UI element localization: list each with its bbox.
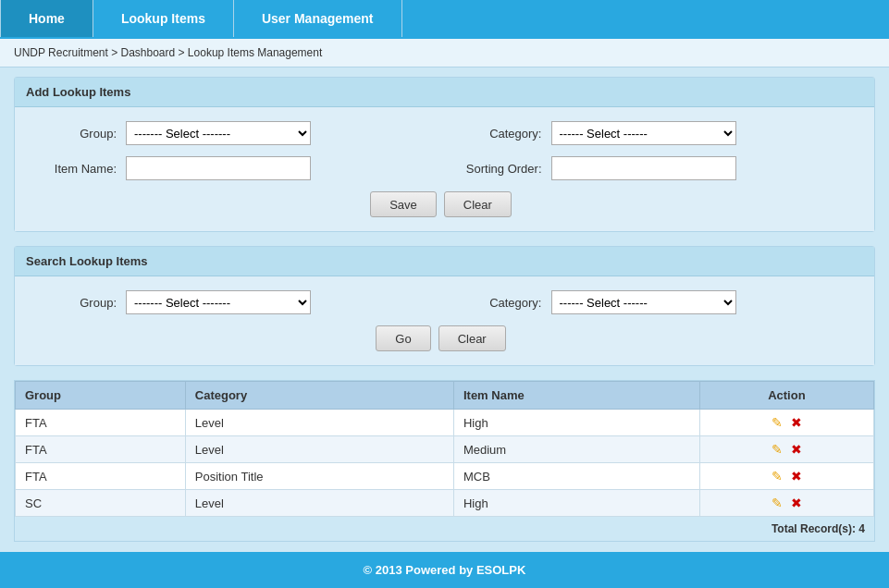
cell-item-name: Medium bbox=[453, 436, 699, 463]
add-lookup-panel: Add Lookup Items Group: ------- Select -… bbox=[14, 77, 875, 232]
cell-category: Level bbox=[185, 410, 453, 436]
add-panel-body: Group: ------- Select ------- Category: … bbox=[15, 107, 874, 231]
add-form-row-1: Group: ------- Select ------- Category: … bbox=[33, 121, 856, 145]
add-category-select[interactable]: ------ Select ------ bbox=[551, 121, 736, 145]
main-content: Add Lookup Items Group: ------- Select -… bbox=[0, 67, 889, 588]
edit-icon[interactable]: ✎ bbox=[772, 415, 783, 430]
table-row: FTA Level High ✎ ✖ bbox=[16, 410, 874, 436]
add-item-name-label: Item Name: bbox=[33, 162, 126, 176]
top-navigation: Home Lookup Items User Management bbox=[0, 0, 889, 37]
search-form-buttons: Go Clear bbox=[33, 325, 856, 351]
cell-category: Level bbox=[185, 490, 453, 517]
cell-item-name: MCB bbox=[453, 463, 699, 490]
col-item-name: Item Name bbox=[453, 382, 699, 410]
cell-action: ✎ ✖ bbox=[699, 410, 873, 436]
nav-user-management[interactable]: User Management bbox=[234, 0, 402, 37]
cell-group: FTA bbox=[16, 410, 186, 436]
search-category-label: Category: bbox=[459, 296, 551, 310]
nav-home[interactable]: Home bbox=[0, 0, 93, 37]
cell-group: FTA bbox=[16, 436, 186, 463]
col-category: Category bbox=[185, 382, 453, 410]
add-category-field: Category: ------ Select ------ bbox=[459, 121, 857, 145]
save-button[interactable]: Save bbox=[370, 191, 437, 217]
search-category-field: Category: ------ Select ------ bbox=[459, 290, 857, 314]
cell-group: SC bbox=[16, 490, 186, 517]
cell-action: ✎ ✖ bbox=[699, 490, 873, 517]
add-group-field: Group: ------- Select ------- bbox=[33, 121, 431, 145]
cell-item-name: High bbox=[453, 410, 699, 436]
cell-action: ✎ ✖ bbox=[699, 463, 873, 490]
search-group-field: Group: ------- Select ------- bbox=[33, 290, 431, 314]
table-header: Group Category Item Name Action bbox=[16, 382, 874, 410]
delete-icon[interactable]: ✖ bbox=[791, 415, 802, 430]
cell-category: Level bbox=[185, 436, 453, 463]
table-body: FTA Level High ✎ ✖ FTA Level Medium ✎ ✖ … bbox=[16, 410, 874, 517]
search-group-label: Group: bbox=[33, 296, 126, 310]
nav-lookup-items[interactable]: Lookup Items bbox=[93, 0, 234, 37]
add-item-name-input[interactable] bbox=[126, 156, 311, 180]
footer: © 2013 Powered by ESOLPK bbox=[0, 552, 889, 588]
search-panel-body: Group: ------- Select ------- Category: … bbox=[15, 276, 874, 365]
lookup-items-table: Group Category Item Name Action FTA Leve… bbox=[15, 381, 874, 517]
search-lookup-panel: Search Lookup Items Group: ------- Selec… bbox=[14, 246, 875, 366]
breadcrumb: UNDP Recruitment > Dashboard > Lookup It… bbox=[0, 37, 889, 67]
col-action: Action bbox=[699, 382, 873, 410]
add-form-buttons: Save Clear bbox=[33, 191, 856, 217]
delete-icon[interactable]: ✖ bbox=[791, 442, 802, 457]
table-row: FTA Position Title MCB ✎ ✖ bbox=[16, 463, 874, 490]
search-panel-header: Search Lookup Items bbox=[15, 247, 874, 276]
edit-icon[interactable]: ✎ bbox=[772, 469, 783, 484]
search-clear-button[interactable]: Clear bbox=[438, 325, 506, 351]
go-button[interactable]: Go bbox=[376, 325, 430, 351]
add-form-row-2: Item Name: Sorting Order: bbox=[33, 156, 856, 180]
add-group-select[interactable]: ------- Select ------- bbox=[126, 121, 311, 145]
add-sorting-order-field: Sorting Order: bbox=[459, 156, 857, 180]
table-header-row: Group Category Item Name Action bbox=[16, 382, 874, 410]
add-item-name-field: Item Name: bbox=[33, 156, 431, 180]
table-row: SC Level High ✎ ✖ bbox=[16, 490, 874, 517]
add-clear-button[interactable]: Clear bbox=[444, 191, 512, 217]
edit-icon[interactable]: ✎ bbox=[772, 496, 783, 510]
search-form-row-1: Group: ------- Select ------- Category: … bbox=[33, 290, 856, 314]
search-category-select[interactable]: ------ Select ------ bbox=[551, 290, 736, 314]
col-group: Group bbox=[16, 382, 186, 410]
cell-group: FTA bbox=[16, 463, 186, 490]
cell-action: ✎ ✖ bbox=[699, 436, 873, 463]
add-group-label: Group: bbox=[33, 127, 126, 141]
table-row: FTA Level Medium ✎ ✖ bbox=[16, 436, 874, 463]
add-sorting-order-input[interactable] bbox=[551, 156, 736, 180]
delete-icon[interactable]: ✖ bbox=[791, 496, 802, 510]
delete-icon[interactable]: ✖ bbox=[791, 469, 802, 484]
cell-item-name: High bbox=[453, 490, 699, 517]
cell-category: Position Title bbox=[185, 463, 453, 490]
total-records: Total Record(s): 4 bbox=[15, 517, 874, 541]
add-category-label: Category: bbox=[459, 127, 551, 141]
data-table-container: Group Category Item Name Action FTA Leve… bbox=[14, 380, 875, 542]
add-sorting-order-label: Sorting Order: bbox=[459, 162, 551, 176]
search-group-select[interactable]: ------- Select ------- bbox=[126, 290, 311, 314]
add-panel-header: Add Lookup Items bbox=[15, 78, 874, 107]
edit-icon[interactable]: ✎ bbox=[772, 442, 783, 457]
